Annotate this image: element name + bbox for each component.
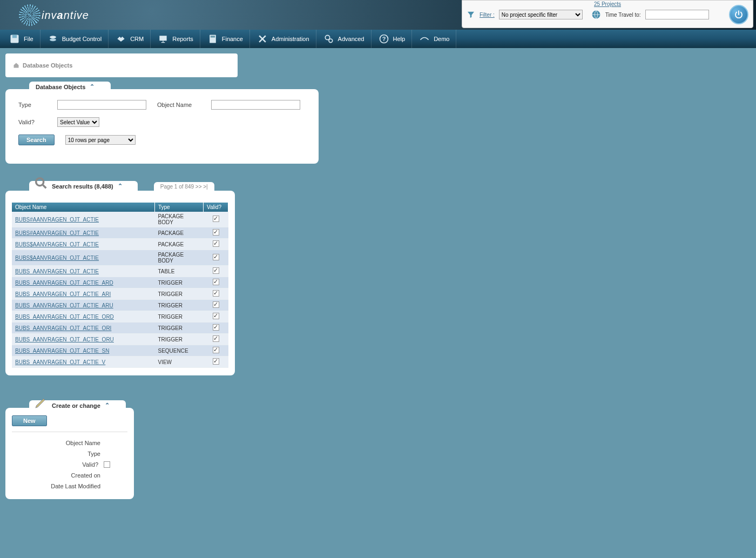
valid-label: Valid? — [18, 119, 46, 125]
menu-file[interactable]: File — [2, 30, 40, 48]
valid-checkbox[interactable] — [213, 347, 219, 353]
valid-checkbox[interactable] — [213, 254, 219, 260]
valid-select[interactable]: Select Value — [57, 117, 99, 127]
valid-checkbox[interactable] — [213, 279, 219, 285]
type-input[interactable] — [57, 100, 146, 110]
create-title: Create or change — [52, 402, 100, 409]
valid-checkbox[interactable] — [213, 290, 219, 297]
valid-checkbox[interactable] — [213, 216, 219, 222]
object-link[interactable]: BUBS_AANVRAGEN_OJT_ACTIE_ORI — [15, 325, 111, 331]
pencil-icon — [33, 396, 48, 410]
gears-icon — [323, 33, 335, 45]
table-row: BUBS#AANVRAGEN_OJT_ACTIEPACKAGE BODY — [12, 212, 228, 227]
valid-checkbox[interactable] — [213, 229, 219, 236]
menu-finance[interactable]: Finance — [200, 30, 250, 48]
table-row: BUBS_AANVRAGEN_OJT_ACTIE_VVIEW — [12, 357, 228, 368]
presentation-icon — [157, 33, 169, 45]
menu-budget[interactable]: Budget Control — [40, 30, 109, 48]
svg-text:?: ? — [382, 36, 386, 42]
timetravel-input[interactable] — [645, 10, 709, 19]
filter-link[interactable]: Filter : — [480, 12, 495, 18]
col-object-name[interactable]: Object Name — [12, 203, 155, 212]
type-cell: TRIGGER — [155, 322, 204, 334]
create-valid-checkbox[interactable] — [104, 461, 110, 468]
menu-label: Advanced — [338, 36, 364, 42]
project-filter-select[interactable]: No project specific filter — [499, 10, 583, 19]
menu-demo[interactable]: Demo — [412, 30, 456, 48]
table-row: BUBS_AANVRAGEN_OJT_ACTIE_ORITRIGGER — [12, 322, 228, 334]
valid-checkbox[interactable] — [213, 358, 219, 365]
object-link[interactable]: BUBS_AANVRAGEN_OJT_ACTIE_SN — [15, 348, 110, 354]
table-row: BUBS_AANVRAGEN_OJT_ACTIE_ORDTRIGGER — [12, 311, 228, 322]
svg-point-4 — [50, 38, 56, 41]
projects-count-link[interactable]: 25 Projects — [462, 1, 753, 8]
create-created-label: Created on — [71, 472, 100, 479]
menu-crm[interactable]: CRM — [109, 30, 151, 48]
menu-label: Demo — [434, 36, 449, 42]
tools-icon — [256, 33, 268, 45]
valid-checkbox[interactable] — [213, 335, 219, 342]
object-link[interactable]: BUBS_AANVRAGEN_OJT_ACTIE_ARU — [15, 302, 113, 308]
coins-icon — [47, 33, 59, 45]
type-cell: TRIGGER — [155, 311, 204, 322]
object-link[interactable]: BUBS_AANVRAGEN_OJT_ACTIE_ORD — [15, 314, 114, 320]
object-link[interactable]: BUBS_AANVRAGEN_OJT_ACTIE_V — [15, 359, 105, 365]
table-row: BUBS_AANVRAGEN_OJT_ACTIETABLE — [12, 266, 228, 277]
object-link[interactable]: BUBS_AANVRAGEN_OJT_ACTIE_ARI — [15, 291, 111, 297]
object-link[interactable]: BUBS$AANVRAGEN_OJT_ACTIE — [15, 241, 99, 247]
results-panel: Search results (8,488) ⌃ Page 1 of 849 >… — [5, 191, 235, 375]
magnifier-icon — [33, 176, 49, 191]
object-link[interactable]: BUBS_AANVRAGEN_OJT_ACTIE_ARD — [15, 280, 113, 286]
type-cell: TRIGGER — [155, 277, 204, 288]
menu-reports[interactable]: Reports — [151, 30, 200, 48]
col-type[interactable]: Type — [155, 203, 204, 212]
table-row: BUBS$AANVRAGEN_OJT_ACTIEPACKAGE — [12, 239, 228, 250]
power-button[interactable] — [729, 5, 748, 24]
swoosh-icon — [418, 33, 430, 45]
collapse-chevron-icon[interactable]: ⌃ — [118, 183, 123, 190]
handshake-icon — [115, 33, 127, 45]
menu-label: Administration — [272, 36, 309, 42]
valid-checkbox[interactable] — [213, 324, 219, 331]
valid-checkbox[interactable] — [213, 301, 219, 308]
valid-checkbox[interactable] — [213, 240, 219, 247]
search-panel-title: Database Objects — [36, 84, 85, 90]
object-link[interactable]: BUBS_AANVRAGEN_OJT_ACTIE — [15, 268, 99, 274]
menu-help[interactable]: ? Help — [372, 30, 413, 48]
table-row: BUBS$AANVRAGEN_OJT_ACTIEPACKAGE BODY — [12, 250, 228, 266]
object-name-label: Object Name — [157, 102, 200, 108]
menu-label: Reports — [172, 36, 193, 42]
type-cell: TABLE — [155, 266, 204, 277]
header-controls: Filter : No project specific filter Time… — [462, 8, 753, 22]
valid-checkbox[interactable] — [213, 267, 219, 274]
create-panel: Create or change ⌃ New Object Name Type … — [5, 408, 134, 499]
valid-checkbox[interactable] — [213, 313, 219, 319]
collapse-chevron-icon[interactable]: ⌃ — [90, 83, 94, 90]
new-button[interactable]: New — [12, 415, 47, 426]
type-cell: TRIGGER — [155, 300, 204, 311]
object-link[interactable]: BUBS#AANVRAGEN_OJT_ACTIE — [15, 230, 99, 236]
object-link[interactable]: BUBS_AANVRAGEN_OJT_ACTIE_ORU — [15, 337, 114, 342]
object-name-input[interactable] — [211, 100, 300, 110]
search-panel: Database Objects ⌃ Type Object Name Vali… — [5, 89, 319, 164]
type-cell: PACKAGE BODY — [155, 250, 204, 266]
menu-advanced[interactable]: Advanced — [316, 30, 372, 48]
brand-a: a — [57, 9, 64, 21]
search-button[interactable]: Search — [18, 135, 55, 145]
funnel-icon — [467, 10, 475, 19]
logo-starburst-icon — [19, 4, 40, 26]
object-link[interactable]: BUBS#AANVRAGEN_OJT_ACTIE — [15, 217, 99, 223]
header-utility-panel: 25 Projects Filter : No project specific… — [462, 0, 753, 28]
col-valid[interactable]: Valid? — [204, 203, 228, 212]
table-row: BUBS_AANVRAGEN_OJT_ACTIE_ORUTRIGGER — [12, 334, 228, 345]
type-cell: PACKAGE — [155, 227, 204, 239]
rows-per-page-select[interactable]: 10 rows per page — [65, 135, 136, 145]
menu-admin[interactable]: Administration — [250, 30, 316, 48]
collapse-chevron-icon[interactable]: ⌃ — [105, 402, 110, 409]
object-link[interactable]: BUBS$AANVRAGEN_OJT_ACTIE — [15, 255, 99, 261]
pager[interactable]: Page 1 of 849 >> >| — [154, 182, 214, 191]
main-menu: File Budget Control CRM Reports Finance … — [0, 30, 756, 48]
type-cell: SEQUENCE — [155, 345, 204, 357]
help-icon: ? — [378, 33, 390, 45]
type-label: Type — [18, 102, 46, 108]
